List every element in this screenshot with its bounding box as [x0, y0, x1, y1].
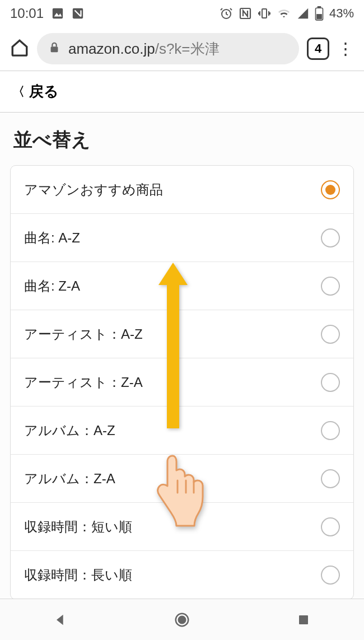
svg-rect-8	[316, 14, 322, 19]
sort-option-row[interactable]: 収録時間：短い順	[11, 503, 353, 551]
sort-option-row[interactable]: アーティスト：Z-A	[11, 358, 353, 407]
sort-option-label: 収録時間：長い順	[24, 566, 132, 584]
svg-rect-5	[262, 9, 267, 18]
vibrate-icon	[258, 7, 271, 20]
nav-back-button[interactable]	[35, 612, 86, 628]
image-app-icon	[52, 7, 64, 20]
sort-option-label: アルバム：Z-A	[24, 470, 115, 488]
sort-option-row[interactable]: 曲名: Z-A	[11, 262, 353, 310]
system-nav-bar	[0, 599, 364, 640]
browser-toolbar: amazon.co.jp/s?k=米津 4 ⋮	[0, 27, 364, 71]
radio-button[interactable]	[321, 469, 340, 488]
signal-icon	[297, 7, 309, 20]
sort-option-label: アーティスト：Z-A	[24, 373, 143, 391]
sort-option-label: 収録時間：短い順	[24, 518, 132, 536]
radio-button[interactable]	[321, 421, 340, 440]
nav-recent-button[interactable]	[278, 613, 329, 627]
sort-options-list: アマゾンおすすめ商品曲名: A-Z曲名: Z-Aアーティスト：A-Zアーティスト…	[10, 165, 354, 600]
sort-option-label: アーティスト：A-Z	[24, 325, 143, 343]
back-label: 戻る	[29, 82, 59, 101]
back-button[interactable]: 〈 戻る	[0, 71, 364, 113]
battery-icon	[315, 6, 324, 21]
tab-count-button[interactable]: 4	[307, 38, 329, 60]
wifi-icon	[277, 7, 291, 20]
svg-rect-0	[53, 8, 63, 18]
sort-option-label: アマゾンおすすめ商品	[24, 181, 163, 199]
page-title: 並べ替え	[13, 127, 351, 153]
sort-option-label: 曲名: A-Z	[24, 229, 80, 247]
sort-option-row[interactable]: 収録時間：長い順	[11, 551, 353, 599]
sort-option-row[interactable]: アマゾンおすすめ商品	[11, 166, 353, 214]
url-host: amazon.co.jp	[68, 40, 155, 57]
sort-option-row[interactable]: アルバム：Z-A	[11, 455, 353, 503]
overflow-menu-icon[interactable]: ⋮	[337, 46, 354, 51]
sort-option-row[interactable]: アルバム：A-Z	[11, 407, 353, 455]
radio-button[interactable]	[321, 325, 340, 344]
radio-button[interactable]	[321, 517, 340, 536]
radio-button[interactable]	[321, 373, 340, 392]
home-icon[interactable]	[10, 38, 29, 59]
chevron-left-icon: 〈	[12, 83, 25, 100]
nfc-icon	[239, 7, 252, 20]
url-bar[interactable]: amazon.co.jp/s?k=米津	[37, 33, 299, 64]
radio-button[interactable]	[321, 228, 340, 247]
sort-option-row[interactable]: アーティスト：A-Z	[11, 310, 353, 358]
svg-rect-12	[299, 615, 308, 624]
sort-option-label: アルバム：A-Z	[24, 422, 115, 440]
nav-home-button[interactable]	[157, 611, 207, 628]
status-bar: 10:01 43%	[0, 0, 364, 27]
url-path: /s?k=米津	[155, 40, 220, 57]
radio-button[interactable]	[321, 180, 340, 199]
radio-button[interactable]	[321, 566, 340, 585]
sort-option-label: 曲名: Z-A	[24, 277, 80, 295]
app-icon	[72, 7, 84, 20]
svg-rect-9	[51, 46, 58, 52]
status-time: 10:01	[10, 6, 44, 21]
lock-icon	[48, 40, 60, 58]
radio-button[interactable]	[321, 277, 340, 296]
content-area: 並べ替え アマゾンおすすめ商品曲名: A-Z曲名: Z-Aアーティスト：A-Zア…	[0, 113, 364, 600]
svg-point-11	[179, 616, 186, 623]
sort-option-row[interactable]: 曲名: A-Z	[11, 214, 353, 262]
tab-count-value: 4	[315, 41, 321, 56]
battery-percentage: 43%	[329, 6, 354, 21]
alarm-icon	[220, 7, 233, 20]
